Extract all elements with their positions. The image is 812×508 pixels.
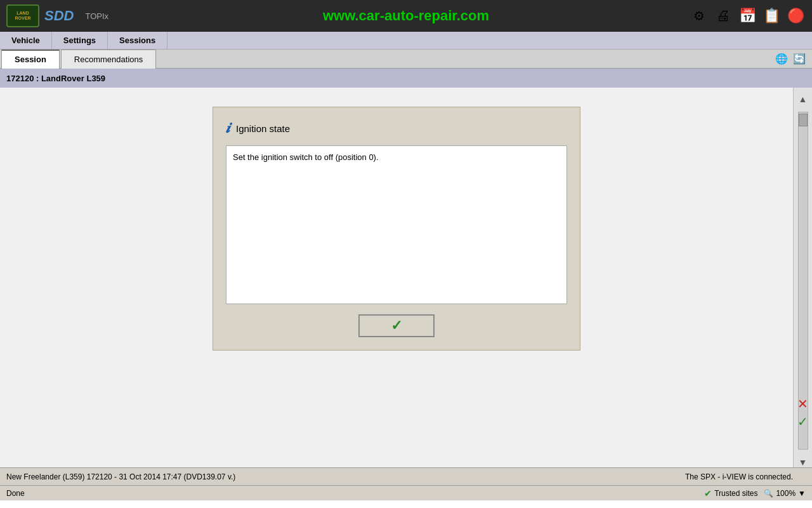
trusted-check-icon: ✔ bbox=[704, 488, 712, 498]
nav-right-icons: 🌐 🔄 bbox=[774, 51, 812, 67]
spx-status-text: The SPX - i-VIEW is connected. bbox=[685, 472, 793, 481]
checkmark-icon: ✓ bbox=[391, 318, 402, 334]
land-rover-logo: LANDROVER bbox=[6, 4, 39, 27]
scroll-down-button[interactable]: ▼ bbox=[798, 457, 808, 467]
done-text: Done bbox=[6, 489, 704, 498]
ignition-dialog: 𝒊 Ignition state Set the ignition switch… bbox=[213, 107, 580, 351]
tab-recommendations[interactable]: Recommendations bbox=[61, 50, 156, 69]
breadcrumb: 172120 : LandRover L359 bbox=[0, 69, 812, 88]
scroll-up-button[interactable]: ▲ bbox=[798, 94, 808, 104]
zoom-icon: 🔍 bbox=[764, 489, 773, 498]
zoom-dropdown-icon[interactable]: ▼ bbox=[798, 489, 806, 498]
zoom-level: 100% bbox=[776, 489, 796, 498]
status-text: New Freelander (L359) 172120 - 31 Oct 20… bbox=[6, 472, 685, 481]
toolbar-icons: ⚙ 🖨 📅 📋 🔴 bbox=[689, 6, 806, 26]
right-actions: ✕ ✓ bbox=[793, 396, 812, 429]
close-action-icon[interactable]: ✕ bbox=[795, 396, 810, 411]
vehicle-button[interactable]: Vehicle bbox=[0, 32, 52, 50]
print-icon[interactable]: 🖨 bbox=[713, 6, 733, 26]
browser-status-bar: Done ✔ Trusted sites 🔍 100% ▼ bbox=[0, 485, 812, 500]
dialog-title: Ignition state bbox=[236, 123, 290, 134]
confirm-action-icon[interactable]: ✓ bbox=[795, 414, 810, 429]
trusted-sites-label: Trusted sites bbox=[714, 489, 757, 498]
refresh-icon[interactable]: 🔄 bbox=[792, 51, 807, 67]
settings-button[interactable]: Settings bbox=[52, 32, 108, 50]
topix-label: TOPIx bbox=[85, 11, 108, 21]
dialog-header: 𝒊 Ignition state bbox=[226, 120, 567, 137]
zoom-area[interactable]: 🔍 100% ▼ bbox=[764, 489, 806, 498]
breadcrumb-text: 172120 : LandRover L359 bbox=[6, 74, 105, 83]
scroll-thumb[interactable] bbox=[799, 114, 808, 126]
power-icon[interactable]: 🔴 bbox=[785, 6, 806, 26]
content-area: 𝒊 Ignition state Set the ignition switch… bbox=[0, 88, 793, 467]
dialog-content-text: Set the ignition switch to off (position… bbox=[233, 152, 379, 162]
calendar-icon[interactable]: 📅 bbox=[737, 6, 757, 26]
sdd-label: SDD bbox=[44, 8, 74, 24]
dialog-footer: ✓ bbox=[226, 314, 567, 337]
website-url: www.car-auto-repair.com bbox=[323, 8, 489, 24]
trusted-sites-area: ✔ Trusted sites bbox=[704, 488, 757, 498]
logo-area: LANDROVER SDD TOPIx bbox=[6, 4, 108, 27]
network-icon[interactable]: 🌐 bbox=[774, 51, 789, 67]
sessions-button[interactable]: Sessions bbox=[108, 32, 167, 50]
confirm-button[interactable]: ✓ bbox=[358, 314, 435, 337]
info-icon: 𝒊 bbox=[226, 120, 230, 137]
status-bar: New Freelander (L359) 172120 - 31 Oct 20… bbox=[0, 467, 812, 485]
dialog-content-box: Set the ignition switch to off (position… bbox=[226, 145, 567, 304]
note-icon[interactable]: 📋 bbox=[761, 6, 782, 26]
right-sidebar: ▲ ▼ ✕ ✓ bbox=[793, 88, 812, 467]
toolbar: LANDROVER SDD TOPIx www.car-auto-repair.… bbox=[0, 0, 812, 32]
sub-toolbar: Vehicle Settings Sessions bbox=[0, 32, 812, 50]
main-content: 𝒊 Ignition state Set the ignition switch… bbox=[0, 88, 812, 467]
tab-session[interactable]: Session bbox=[1, 50, 60, 69]
logo-text: LANDROVER bbox=[15, 11, 31, 22]
gear-icon[interactable]: ⚙ bbox=[689, 6, 709, 26]
navbar: Session Recommendations 🌐 🔄 bbox=[0, 50, 812, 69]
